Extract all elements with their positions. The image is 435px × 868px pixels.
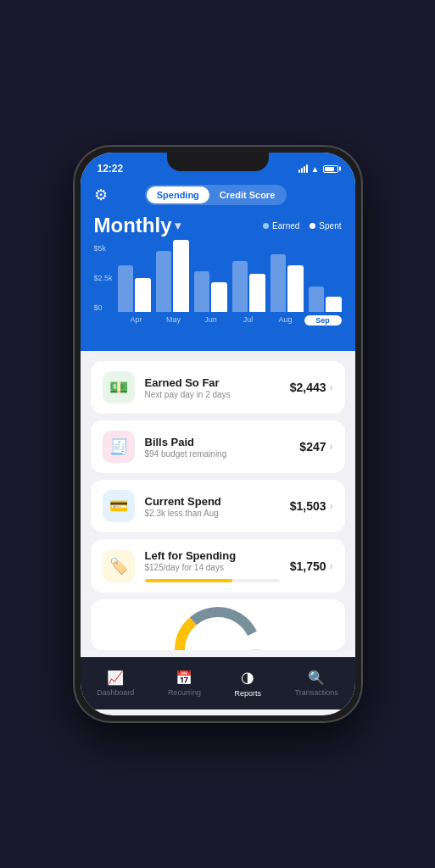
card-content-spend: Current Spend$2.3k less than Aug xyxy=(145,495,280,518)
bottom-nav: 📈 Dashboard 📅 Recurring ◑ Reports 🔍 Tran… xyxy=(81,657,355,709)
card-subtitle-left: $125/day for 14 days xyxy=(145,563,280,572)
card-amount-bills: $247› xyxy=(299,440,332,453)
y-label-5k: $5k xyxy=(94,244,113,253)
legend-earned: Earned xyxy=(263,221,299,231)
card-subtitle-bills: $94 budget remaining xyxy=(145,449,290,459)
tab-credit-score[interactable]: Credit Score xyxy=(209,186,285,203)
spent-bar xyxy=(211,282,227,312)
spent-bar xyxy=(173,240,189,312)
card-title-earned: Earned So Far xyxy=(145,376,280,389)
card-amount-left: $1,750› xyxy=(290,559,333,573)
spent-bar xyxy=(287,265,304,312)
period-row: Monthly ▾ Earned Spent xyxy=(94,214,342,237)
status-time: 12:22 xyxy=(98,163,124,175)
wifi-icon: ▲ xyxy=(311,164,320,174)
phone-frame: 12:22 ▲ ⚙ Spending Credit S xyxy=(74,146,362,722)
bar-group-apr xyxy=(118,265,151,312)
y-label-2-5k: $2.5k xyxy=(94,274,113,282)
notch xyxy=(167,153,269,171)
earned-bar xyxy=(309,287,325,312)
signal-icon xyxy=(298,164,308,173)
spent-bar xyxy=(135,278,151,312)
bar-group-sep xyxy=(309,287,342,312)
card-left[interactable]: 🏷️Left for Spending$125/day for 14 days$… xyxy=(91,539,345,593)
transactions-icon: 🔍 xyxy=(308,670,325,686)
month-label-may: May xyxy=(155,315,192,326)
gear-icon[interactable]: ⚙ xyxy=(94,186,108,204)
chart-months: AprMayJunJulAugSep xyxy=(118,315,342,326)
month-label-jul: Jul xyxy=(230,315,267,326)
chevron-right-icon: › xyxy=(330,441,333,453)
earned-bar xyxy=(232,261,248,312)
tab-switcher: Spending Credit Score xyxy=(145,185,287,205)
card-spend[interactable]: 💳Current Spend$2.3k less than Aug$1,503› xyxy=(91,480,345,532)
spent-bar xyxy=(249,274,265,312)
period-title[interactable]: Monthly ▾ xyxy=(94,214,181,237)
top-nav: ⚙ Spending Credit Score xyxy=(94,180,342,214)
card-title-left: Left for Spending xyxy=(145,549,280,562)
header-section: ⚙ Spending Credit Score Monthly ▾ Earned xyxy=(81,180,355,351)
nav-reports-label: Reports xyxy=(234,689,261,698)
y-label-0: $0 xyxy=(94,303,113,312)
chart-y-labels: $5k $2.5k $0 xyxy=(94,244,113,312)
bar-group-aug xyxy=(270,254,304,312)
chevron-right-icon: › xyxy=(330,560,333,572)
nav-reports[interactable]: ◑ Reports xyxy=(227,665,268,701)
month-label-aug: Aug xyxy=(267,315,304,326)
chevron-down-icon: ▾ xyxy=(175,219,181,232)
card-subtitle-earned: Next pay day in 2 days xyxy=(145,390,280,399)
earned-bar xyxy=(194,271,210,312)
chart-bars xyxy=(118,244,342,312)
chart-area: $5k $2.5k $0 AprMayJunJulAugSep xyxy=(94,244,342,337)
reports-icon: ◑ xyxy=(241,668,254,687)
donut-svg xyxy=(167,599,269,650)
earned-dot xyxy=(263,223,269,229)
bar-group-jun xyxy=(194,271,227,312)
tab-spending[interactable]: Spending xyxy=(147,186,209,203)
bar-group-jul xyxy=(232,261,265,312)
amount-value: $1,503 xyxy=(290,499,326,513)
month-label-sep: Sep xyxy=(304,315,342,326)
spent-dot xyxy=(310,223,315,229)
spent-bar xyxy=(326,297,342,312)
amount-value: $2,443 xyxy=(290,381,326,394)
month-label-jun: Jun xyxy=(192,315,230,326)
card-icon-earned: 💵 xyxy=(103,371,135,403)
month-label-apr: Apr xyxy=(118,315,155,326)
card-bills[interactable]: 🧾Bills Paid$94 budget remaining$247› xyxy=(91,420,345,473)
card-icon-spend: 💳 xyxy=(103,490,135,522)
card-content-bills: Bills Paid$94 budget remaining xyxy=(145,436,290,459)
svg-point-3 xyxy=(180,612,256,650)
phone-screen: 12:22 ▲ ⚙ Spending Credit S xyxy=(81,153,355,715)
earned-bar xyxy=(118,265,134,312)
chevron-right-icon: › xyxy=(330,381,333,393)
chart-legend: Earned Spent xyxy=(263,221,341,231)
cards-section: 💵Earned So FarNext pay day in 2 days$2,4… xyxy=(81,351,355,593)
card-title-bills: Bills Paid xyxy=(145,436,290,448)
nav-transactions-label: Transactions xyxy=(295,688,338,697)
card-amount-earned: $2,443› xyxy=(290,381,333,394)
earned-bar xyxy=(156,251,172,312)
amount-value: $1,750 xyxy=(290,559,326,573)
card-icon-bills: 🧾 xyxy=(103,431,135,463)
card-content-earned: Earned So FarNext pay day in 2 days xyxy=(145,376,280,399)
card-content-left: Left for Spending$125/day for 14 days xyxy=(145,549,280,582)
card-earned[interactable]: 💵Earned So FarNext pay day in 2 days$2,4… xyxy=(91,361,345,414)
nav-recurring[interactable]: 📅 Recurring xyxy=(161,666,208,700)
status-icons: ▲ xyxy=(298,164,338,174)
card-title-spend: Current Spend xyxy=(145,495,280,508)
spent-label: Spent xyxy=(319,221,341,231)
card-icon-left: 🏷️ xyxy=(103,550,135,582)
recurring-icon: 📅 xyxy=(176,670,192,686)
amount-value: $247 xyxy=(299,440,326,453)
progress-bar-fill xyxy=(145,579,232,582)
chevron-right-icon: › xyxy=(330,500,333,512)
card-subtitle-spend: $2.3k less than Aug xyxy=(145,509,280,518)
nav-dashboard[interactable]: 📈 Dashboard xyxy=(90,666,141,700)
bar-group-may xyxy=(156,240,189,312)
period-label: Monthly xyxy=(94,214,172,237)
earned-label: Earned xyxy=(272,221,299,231)
donut-chart-preview xyxy=(91,599,345,650)
legend-spent: Spent xyxy=(310,221,341,231)
nav-transactions[interactable]: 🔍 Transactions xyxy=(288,666,345,700)
